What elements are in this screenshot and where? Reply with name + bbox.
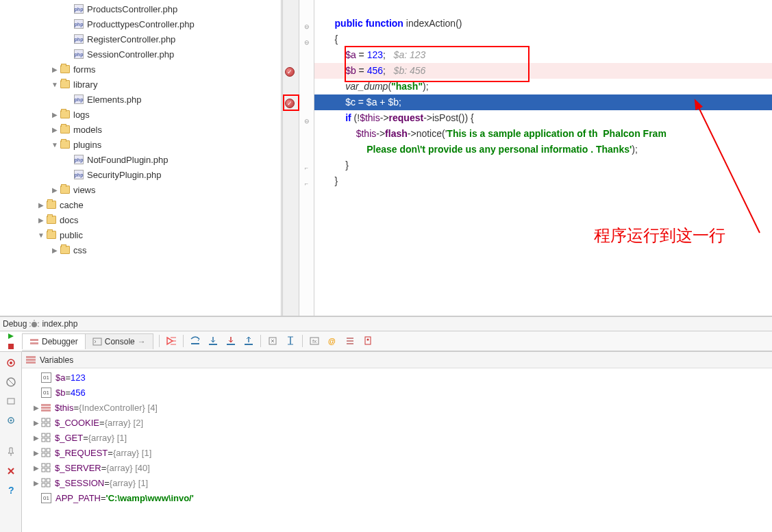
tree-item-registercontroller-php[interactable]: phpRegisterController.php — [0, 31, 281, 47]
close-button[interactable] — [4, 464, 18, 478]
tree-item-docs[interactable]: ▶docs — [0, 212, 281, 227]
variable-value: 'C:\wamp\www\invo/' — [106, 493, 194, 503]
variable-row[interactable]: ▶$_REQUEST = {array} [1] — [22, 445, 772, 460]
fold-end-icon: ⌐ — [303, 179, 310, 187]
variable-row[interactable]: ▶$_COOKIE = {array} [2] — [22, 415, 772, 430]
svg-rect-58 — [47, 453, 50, 457]
breakpoint-verified-icon[interactable]: ✓ — [285, 67, 295, 77]
tree-item-label: RegisterController.php — [87, 34, 175, 45]
variable-row[interactable]: ▶$this = {IndexController} [4] — [22, 400, 772, 415]
expand-toggle-icon[interactable]: ▶ — [36, 216, 47, 224]
tree-item-label: forms — [73, 64, 96, 75]
force-step-into-button[interactable] — [223, 333, 239, 349]
bug-icon — [29, 319, 39, 329]
expand-toggle-icon[interactable]: ▼ — [36, 231, 47, 239]
expand-toggle-icon[interactable]: ▶ — [49, 246, 60, 254]
fold-toggle-icon[interactable]: ⊖ — [303, 38, 310, 46]
expand-toggle-icon[interactable]: ▼ — [49, 141, 60, 149]
tree-item-elements-php[interactable]: phpElements.php — [0, 92, 281, 107]
mute-breakpoints-button[interactable] — [360, 333, 376, 349]
settings-button[interactable] — [342, 333, 358, 349]
php-file-icon: php — [74, 155, 84, 164]
show-execution-point-button[interactable] — [163, 333, 179, 349]
variable-value: 456 — [71, 388, 86, 398]
settings-gear-button[interactable] — [4, 414, 18, 427]
watches-button[interactable]: @ — [324, 333, 340, 349]
svg-rect-44 — [41, 404, 51, 406]
folder-icon — [60, 186, 70, 194]
fold-toggle-icon[interactable]: ⊖ — [303, 117, 310, 125]
resume-button[interactable] — [0, 331, 22, 342]
svg-text:fx: fx — [312, 338, 316, 344]
expand-toggle-icon[interactable]: ▶ — [49, 111, 60, 118]
variable-name: $_REQUEST — [55, 448, 108, 458]
expand-toggle-icon[interactable]: ▶ — [32, 464, 41, 472]
view-breakpoints-button[interactable] — [4, 394, 18, 408]
expand-toggle-icon[interactable]: ▶ — [32, 434, 41, 442]
pin-button[interactable] — [4, 445, 18, 459]
tree-item-views[interactable]: ▶views — [0, 182, 281, 197]
drop-frame-button[interactable] — [264, 333, 281, 349]
tree-item-producttypescontroller-php[interactable]: phpProducttypesController.php — [0, 16, 281, 31]
rerun-button[interactable] — [4, 356, 18, 370]
php-file-icon: php — [74, 4, 84, 14]
variable-row[interactable]: ▶$_SESSION = {array} [1] — [22, 475, 772, 490]
step-into-button[interactable] — [205, 333, 221, 349]
stop-button[interactable] — [0, 342, 22, 352]
expand-toggle-icon[interactable]: ▶ — [49, 126, 60, 134]
tree-item-label: views — [73, 185, 96, 195]
fold-toggle-icon[interactable]: ⊖ — [303, 23, 310, 30]
evaluate-expression-button[interactable]: fx — [306, 333, 323, 349]
svg-rect-49 — [42, 423, 45, 427]
folder-icon — [47, 216, 56, 224]
tree-item-notfoundplugin-php[interactable]: phpNotFoundPlugin.php — [0, 152, 281, 167]
tree-item-library[interactable]: ▼library — [0, 77, 281, 92]
step-over-button[interactable] — [187, 333, 203, 349]
tree-item-public[interactable]: ▼public — [0, 227, 281, 242]
tree-item-productscontroller-php[interactable]: phpProductsController.php — [0, 1, 281, 16]
tree-item-label: public — [60, 230, 83, 240]
pause-button[interactable] — [4, 375, 18, 389]
svg-point-34 — [10, 362, 12, 364]
variable-row[interactable]: 01APP_PATH = 'C:\wamp\www\invo/' — [22, 490, 772, 505]
help-button[interactable]: ? — [4, 483, 18, 497]
expand-toggle-icon[interactable]: ▶ — [32, 419, 41, 427]
php-file-icon: php — [74, 94, 84, 104]
variable-row[interactable]: 01$b = 456 — [22, 385, 772, 400]
tab-console[interactable]: Console → — [85, 333, 153, 349]
breakpoint-gutter[interactable]: ✓ ✓ — [283, 0, 299, 316]
variables-list[interactable]: 01$a = 12301$b = 456▶$this = {IndexContr… — [22, 368, 772, 532]
svg-rect-51 — [42, 433, 45, 437]
expand-toggle-icon[interactable]: ▶ — [32, 404, 41, 411]
code-editor[interactable]: ✓ ✓ ⊖ ⊖ ⊖ ⌐ ⌐ public function indexActio… — [283, 0, 772, 316]
variable-row[interactable]: 01$a = 123 — [22, 370, 772, 385]
scalar-var-icon: 01 — [41, 388, 51, 398]
tree-item-models[interactable]: ▶models — [0, 122, 281, 137]
fold-gutter[interactable]: ⊖ ⊖ ⊖ ⌐ ⌐ — [299, 0, 314, 316]
tree-item-forms[interactable]: ▶forms — [0, 62, 281, 77]
svg-rect-59 — [42, 464, 45, 467]
run-to-cursor-button[interactable] — [282, 333, 299, 349]
object-var-icon — [41, 404, 51, 411]
tree-item-sessioncontroller-php[interactable]: phpSessionController.php — [0, 47, 281, 62]
tree-item-plugins[interactable]: ▼plugins — [0, 137, 281, 152]
step-out-button[interactable] — [240, 333, 257, 349]
expand-toggle-icon[interactable]: ▼ — [49, 81, 60, 88]
expand-toggle-icon[interactable]: ▶ — [32, 479, 41, 487]
tab-debugger[interactable]: Debugger — [22, 333, 86, 349]
expand-toggle-icon[interactable]: ▶ — [49, 66, 60, 73]
array-var-icon — [41, 478, 51, 487]
tree-item-css[interactable]: ▶css — [0, 242, 281, 257]
expand-toggle-icon[interactable]: ▶ — [49, 186, 60, 194]
tree-item-logs[interactable]: ▶logs — [0, 107, 281, 122]
variable-row[interactable]: ▶$_SERVER = {array} [40] — [22, 460, 772, 475]
tree-item-securityplugin-php[interactable]: phpSecurityPlugin.php — [0, 167, 281, 182]
expand-toggle-icon[interactable]: ▶ — [32, 449, 41, 457]
tree-item-cache[interactable]: ▶cache — [0, 197, 281, 212]
variable-row[interactable]: ▶$_GET = {array} [1] — [22, 430, 772, 445]
breakpoint-verified-icon[interactable]: ✓ — [285, 99, 295, 108]
expand-toggle-icon[interactable]: ▶ — [36, 201, 47, 209]
code-content[interactable]: public function indexAction() { $a = 123… — [314, 0, 772, 316]
tree-item-label: models — [73, 125, 102, 135]
svg-rect-56 — [47, 448, 50, 452]
